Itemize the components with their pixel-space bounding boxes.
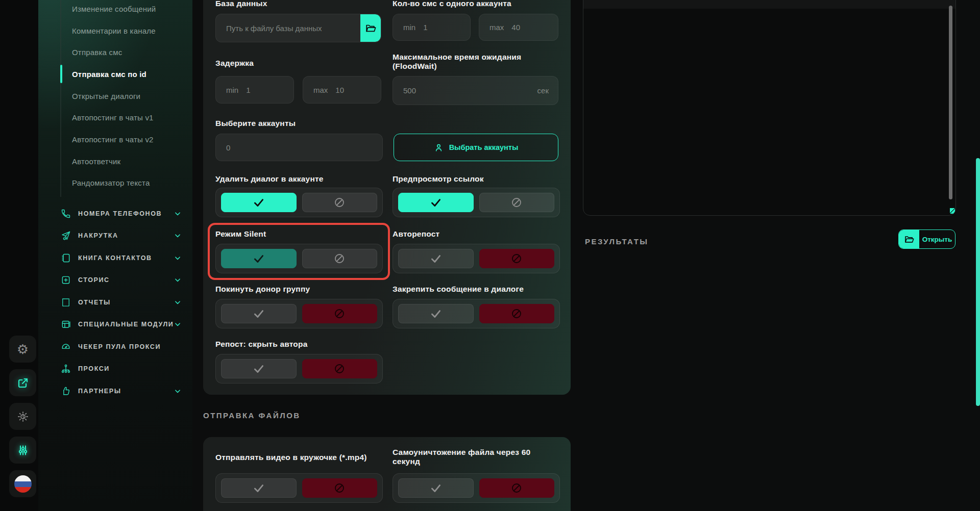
check-icon — [252, 481, 265, 495]
settings-button[interactable]: ⚙ — [9, 336, 36, 363]
accounts-label: Выберите аккаунты — [215, 119, 296, 128]
chevron-down-icon — [174, 232, 181, 241]
ban-icon — [333, 482, 346, 494]
toggle-self-destruct — [393, 473, 560, 503]
sms-min-input[interactable]: min1 — [393, 14, 471, 41]
settings-card: База данных Кол-во смс с одного аккаунта… — [203, 0, 571, 395]
toggle-yes-button[interactable] — [221, 193, 297, 212]
delay-min-input[interactable]: min1 — [215, 76, 294, 104]
sidebar-item-proxy[interactable]: ПРОКСИ — [38, 358, 192, 380]
ban-icon — [333, 308, 346, 320]
check-icon — [429, 252, 443, 265]
min-prefix: min — [226, 86, 238, 94]
toggle-label: Предпросмотр ссылок — [393, 174, 484, 184]
sidebar-subitem-open-dialogs[interactable]: Открытые диалоги — [38, 85, 192, 107]
external-link-button[interactable] — [9, 369, 36, 396]
toggle-yes-button[interactable] — [398, 478, 474, 498]
toggle-no-button[interactable] — [479, 249, 555, 268]
toggle-yes-button[interactable] — [398, 249, 474, 268]
sidebar-item-contacts-book[interactable]: КНИГА КОНТАКТОВ — [38, 247, 192, 269]
console-scrollbar-thumb[interactable] — [949, 6, 952, 199]
console-resize-grip[interactable] — [950, 208, 955, 214]
speedometer-icon — [60, 341, 71, 352]
check-icon — [252, 307, 265, 320]
sidebar-subitem-change-messages[interactable]: Изменение сообщений — [38, 0, 192, 20]
max-prefix: max — [489, 23, 504, 32]
sidebar-item-reports[interactable]: ОТЧЕТЫ — [38, 291, 192, 314]
equalizer-button[interactable] — [9, 437, 36, 464]
chevron-down-icon — [174, 254, 181, 264]
sidebar-item-stories[interactable]: СТОРИС — [38, 269, 192, 292]
app-icon-rail: ⚙ — [0, 0, 38, 511]
accounts-count-input[interactable]: 0 — [215, 134, 383, 161]
toggle-yes-button[interactable] — [398, 193, 474, 212]
brightness-icon — [17, 411, 29, 423]
toggle-label: Самоуничтожение файла через 60 секунд — [393, 448, 541, 467]
sms-per-account-label: Кол-во смс с одного аккаунта — [393, 0, 558, 8]
phone-icon — [60, 208, 71, 219]
sidebar-subitem-channel-comments[interactable]: Комментарии в канале — [38, 20, 192, 42]
sidebar-item-proxy-pool-checker[interactable]: ЧЕКЕР ПУЛА ПРОКСИ — [38, 336, 192, 358]
toggle-no-button[interactable] — [479, 304, 555, 323]
toggle-no-button[interactable] — [302, 478, 378, 498]
browse-database-button[interactable] — [360, 14, 381, 42]
sidebar-item-phone-numbers[interactable]: НОМЕРА ТЕЛЕФОНОВ — [38, 202, 192, 225]
paper-plane-icon — [60, 230, 71, 241]
language-button[interactable] — [9, 470, 36, 497]
toggle-no-button[interactable] — [302, 193, 378, 212]
sidebar-item-boosting[interactable]: НАКРУТКА — [38, 225, 192, 247]
sidebar-subitem-autoresponder[interactable]: Автоответчик — [38, 150, 192, 172]
toggle-yes-button[interactable] — [398, 304, 474, 323]
toggle-delete-dialog — [215, 188, 383, 217]
floodwait-input[interactable]: 500 сек — [393, 76, 558, 105]
toggle-yes-button[interactable] — [221, 249, 297, 268]
sidebar-item-special-modules[interactable]: СПЕЦИАЛЬНЫЕ МОДУЛИ — [38, 314, 192, 336]
theme-button[interactable] — [9, 403, 36, 430]
toggle-no-button[interactable] — [302, 359, 378, 378]
floodwait-label: Максимальное время ожидания (FloodWait) — [393, 53, 546, 71]
sidebar-subitem-text-randomizer[interactable]: Рандомизатор текста — [38, 172, 192, 194]
chevron-down-icon — [174, 321, 181, 330]
sidebar-item-label: СПЕЦИАЛЬНЫЕ МОДУЛИ — [78, 321, 174, 328]
select-accounts-label: Выбрать аккаунты — [449, 143, 519, 151]
toggle-no-button[interactable] — [302, 249, 378, 268]
console-subheader-strip — [583, 0, 955, 9]
submenu: Изменение сообщений Комментарии в канале… — [38, 0, 192, 194]
page-scrollbar-thumb[interactable] — [976, 158, 980, 406]
check-icon — [252, 362, 265, 375]
floodwait-unit: сек — [537, 86, 558, 95]
contacts-book-icon — [60, 252, 71, 264]
max-value: 40 — [511, 23, 520, 32]
ban-icon — [510, 482, 523, 494]
min-value: 1 — [246, 86, 250, 94]
floodwait-value: 500 — [403, 86, 416, 95]
toggle-yes-button[interactable] — [221, 304, 297, 323]
sidebar-subitem-send-sms-by-id[interactable]: Отправка смс по id — [38, 63, 192, 85]
toggle-yes-button[interactable] — [221, 359, 297, 378]
sidebar-item-label: СТОРИС — [78, 276, 110, 284]
toggle-link-preview — [393, 188, 560, 217]
ban-icon — [510, 252, 523, 265]
toggle-no-button[interactable] — [479, 478, 555, 498]
toggle-no-button[interactable] — [479, 193, 555, 212]
toggle-label: Удалить диалог в аккаунте — [215, 174, 324, 184]
report-icon — [60, 297, 71, 308]
sidebar-item-label: НАКРУТКА — [78, 232, 118, 239]
open-results-button[interactable]: Открыть — [898, 229, 955, 249]
sidebar-subitem-autoposting-v2[interactable]: Автопостинг в чаты v2 — [38, 129, 192, 150]
toggle-yes-button[interactable] — [221, 478, 297, 498]
sidebar-menu: НОМЕРА ТЕЛЕФОНОВ НАКРУТКА КНИГА КОНТАКТО… — [38, 202, 192, 402]
ban-icon — [510, 308, 523, 320]
chevron-down-icon — [174, 388, 181, 397]
sidebar-subitem-autoposting-v1[interactable]: Автопостинг в чаты v1 — [38, 107, 192, 129]
sidebar-subitem-send-sms[interactable]: Отправка смс — [38, 41, 192, 63]
delay-max-input[interactable]: max10 — [303, 76, 381, 104]
database-path-input[interactable] — [216, 23, 360, 33]
sms-max-input[interactable]: max40 — [479, 14, 558, 41]
toggle-silent-mode — [215, 244, 383, 273]
toggle-label: Отправлять видео в кружочке (*.mp4) — [215, 453, 369, 462]
select-accounts-button[interactable]: Выбрать аккаунты — [394, 134, 558, 161]
toggle-no-button[interactable] — [302, 304, 378, 323]
sidebar-item-partners[interactable]: ПАРТНЕРЫ — [38, 380, 192, 402]
proxy-network-icon — [60, 363, 71, 374]
